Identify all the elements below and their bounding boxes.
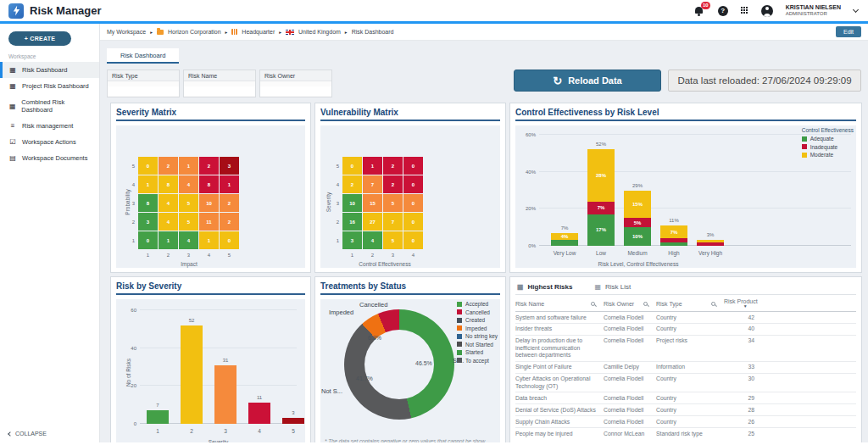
table-icon: ▦ bbox=[594, 283, 601, 291]
axis-tick: Low bbox=[587, 250, 615, 256]
matrix-cell: 27 bbox=[363, 213, 382, 231]
dashboard-icon: ▦ bbox=[8, 103, 16, 110]
column-header-risk-owner[interactable]: Risk Owner bbox=[604, 301, 656, 307]
edit-button[interactable]: Edit bbox=[836, 26, 861, 37]
breadcrumb-item[interactable]: United Kingdom bbox=[298, 29, 341, 35]
matrix-cell: 5 bbox=[383, 231, 403, 249]
table-cell: Supply Chain Attacks bbox=[515, 419, 604, 426]
matrix-cell: 5 bbox=[179, 194, 198, 212]
x-axis-label: Control Effectiveness bbox=[342, 261, 427, 267]
plot-area: 02040607152231311435 bbox=[140, 310, 297, 424]
notifications-bell-icon[interactable]: 10 bbox=[694, 6, 705, 16]
matrix-cell: 2 bbox=[383, 175, 403, 193]
table-row[interactable]: Insider threatsCornelia FlodellCountry40 bbox=[515, 324, 856, 336]
table-cell: Cornelia Flodell bbox=[604, 407, 656, 414]
sidebar-item-workspace-actions[interactable]: ☑Workspace Actions bbox=[0, 134, 99, 150]
table-row[interactable]: System and software failureCornelia Flod… bbox=[515, 312, 856, 324]
bar-segment bbox=[282, 418, 304, 424]
table-cell: Cornelia Flodell bbox=[604, 325, 656, 332]
axis-tick: Very High bbox=[697, 250, 724, 256]
table-row[interactable]: Single Point of FailureCamille DelpyInfo… bbox=[515, 362, 856, 374]
sidebar-item-label: Project Risk Dashboard bbox=[22, 82, 89, 90]
filter-label: Risk Name bbox=[184, 70, 255, 81]
user-name: KRISTIAN NIELSEN bbox=[786, 4, 841, 11]
sidebar-item-risk-management[interactable]: ≡Risk management bbox=[0, 118, 99, 134]
table-cell: Camille Delpy bbox=[604, 364, 656, 370]
tab-risk-dashboard[interactable]: Risk Dashboard bbox=[107, 48, 179, 64]
search-icon[interactable] bbox=[643, 302, 648, 306]
sort-desc-icon[interactable]: ▼ bbox=[743, 304, 748, 309]
legend-label: Created bbox=[465, 317, 485, 323]
donut-chart bbox=[344, 309, 454, 420]
axis-tick: 2 bbox=[126, 213, 137, 231]
table-row[interactable]: Data breachCornelia FlodellCountry29 bbox=[515, 392, 856, 404]
table-cell: Denial of Service (DoS) Attacks bbox=[515, 407, 604, 414]
user-block[interactable]: KRISTIAN NIELSEN ADMINISTRATOR bbox=[786, 4, 841, 17]
axis-tick: 0% bbox=[519, 243, 536, 248]
column-header-risk-name[interactable]: Risk Name bbox=[515, 301, 604, 307]
table-cell: 40 bbox=[724, 325, 760, 332]
sidebar-item-project-risk-dashboard[interactable]: ▦Project Risk Dashboard bbox=[0, 78, 99, 94]
matrix-cell: 0 bbox=[138, 157, 158, 175]
legend-swatch bbox=[457, 358, 462, 363]
sidebar-item-combined-risk-dashboard[interactable]: ▦Combined Risk Dashboard bbox=[0, 94, 99, 118]
breadcrumb-item[interactable]: Headquarter bbox=[242, 29, 275, 35]
table-row[interactable]: Denial of Service (DoS) AttacksCornelia … bbox=[515, 404, 856, 416]
control-effectiveness-chart: 0%20%40%60%4%7%Very Low17%7%28%52%Low10%… bbox=[515, 125, 856, 268]
breadcrumb-item[interactable]: My Workspace bbox=[107, 29, 146, 35]
matrix-cell: 2 bbox=[220, 194, 239, 212]
app-grid-icon[interactable] bbox=[741, 7, 748, 14]
last-reloaded-status: Data last reloaded: 27/06/2024 09:29:09 bbox=[668, 70, 861, 92]
workspace-section-label: Workspace bbox=[0, 50, 99, 62]
refresh-icon: ↻ bbox=[553, 75, 562, 86]
sidebar-item-risk-dashboard[interactable]: ▦Risk Dashboard bbox=[0, 62, 99, 78]
reload-data-button[interactable]: ↻ Reload Data bbox=[514, 70, 661, 92]
column-header-risk-product[interactable]: Risk Product ▼ bbox=[724, 298, 761, 309]
breadcrumb-item[interactable]: Horizon Corporation bbox=[168, 29, 221, 35]
chart-footnote: * The data set contains negative or zero… bbox=[325, 438, 496, 442]
breadcrumb-item[interactable]: Risk Dashboard bbox=[352, 29, 394, 35]
search-icon[interactable] bbox=[591, 302, 595, 306]
collapse-button[interactable]: COLLAPSE bbox=[8, 431, 47, 437]
risk-owner-filter-input[interactable] bbox=[260, 86, 331, 96]
chevron-down-icon[interactable] bbox=[853, 7, 859, 13]
matrix-cell: 0 bbox=[403, 213, 423, 231]
vulnerability-matrix-chart: 501204272031015502162770134501234 Severi… bbox=[320, 125, 500, 268]
table-cell: Cornelia Flodell bbox=[604, 395, 656, 402]
x-axis-label: Risk Level, Control Effectiveness bbox=[541, 261, 736, 267]
table-row[interactable]: Delay in production due to inefficient c… bbox=[515, 336, 856, 362]
bar: 313 bbox=[214, 365, 236, 424]
risk-name-filter-input[interactable] bbox=[184, 86, 255, 96]
table-row[interactable]: Cyber Attacks on Operational Technology … bbox=[515, 374, 856, 392]
axis-tick: 0 bbox=[120, 421, 136, 426]
bar-segment: 28% bbox=[587, 149, 615, 201]
bar: 17%7%28%52%Low bbox=[587, 149, 615, 246]
search-icon[interactable] bbox=[711, 302, 715, 306]
avatar[interactable] bbox=[761, 5, 773, 17]
legend-swatch bbox=[457, 325, 462, 331]
sidebar-item-label: Risk management bbox=[22, 122, 73, 130]
axis-tick: 3 bbox=[383, 250, 403, 258]
table-tab-highest-risks[interactable]: ▦Highest Risks bbox=[517, 283, 572, 291]
table-cell: Information bbox=[656, 364, 724, 370]
sidebar-item-workspace-documents[interactable]: ▤Workspace Documents bbox=[0, 150, 99, 166]
table-row[interactable]: People may be injuredConnor McLeanStanda… bbox=[515, 428, 856, 437]
panel-highest-risks: ▦Highest Risks▦Risk List Risk Name Risk … bbox=[509, 276, 862, 442]
create-button[interactable]: + CREATE bbox=[8, 31, 71, 46]
matrix-cell: 1 bbox=[179, 157, 198, 175]
column-header-risk-type[interactable]: Risk Type bbox=[656, 301, 724, 307]
chevron-left-icon bbox=[8, 431, 13, 437]
table-row[interactable]: Supply Chain AttacksCornelia FlodellCoun… bbox=[515, 416, 856, 428]
legend-swatch bbox=[457, 318, 462, 323]
legend-label: Adequate bbox=[810, 136, 834, 142]
help-icon[interactable]: ? bbox=[718, 6, 728, 16]
axis-tick: 2 bbox=[363, 250, 382, 258]
matrix-cell: 4 bbox=[179, 231, 198, 249]
matrix-cell: 0 bbox=[403, 231, 423, 249]
axis-tick: 40% bbox=[519, 170, 536, 175]
app-logo-icon bbox=[8, 3, 24, 19]
legend-label: Not Started bbox=[465, 342, 493, 348]
matrix-cell: 7 bbox=[363, 175, 382, 193]
table-tab-risk-list[interactable]: ▦Risk List bbox=[594, 283, 631, 291]
risk-type-filter-input[interactable] bbox=[108, 86, 179, 96]
